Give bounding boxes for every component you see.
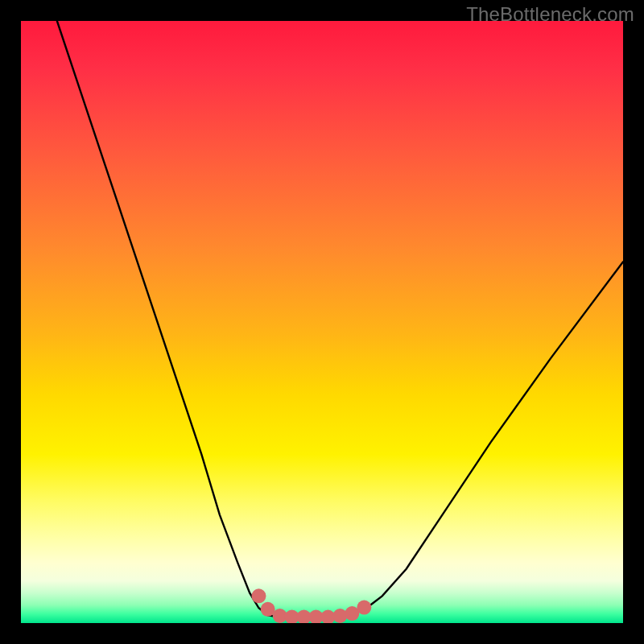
marker-cluster [251, 588, 371, 623]
chart-svg [21, 21, 623, 623]
marker-dot [332, 609, 347, 623]
marker-dot [251, 588, 266, 603]
watermark-text: TheBottleneck.com [466, 3, 634, 26]
plot-area [21, 21, 623, 623]
frame: TheBottleneck.com [0, 0, 644, 644]
curve-group [57, 21, 623, 617]
marker-dot [357, 601, 371, 615]
bottleneck-curve [57, 21, 623, 617]
